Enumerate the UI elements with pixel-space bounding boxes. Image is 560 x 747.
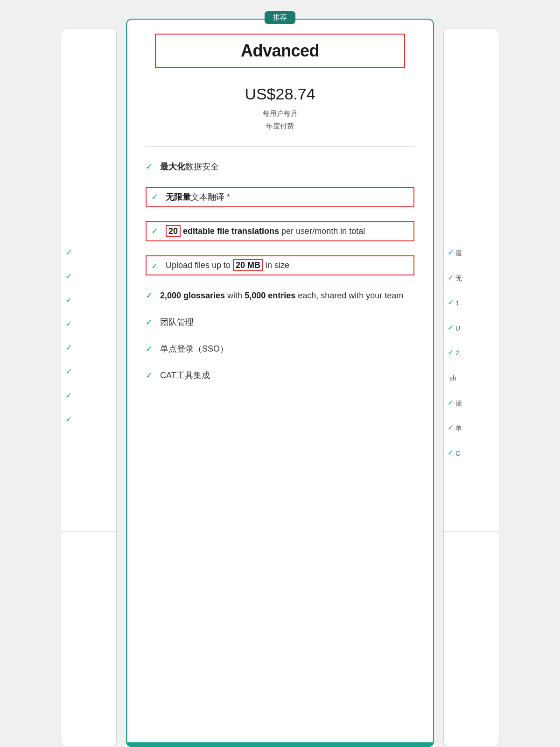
right-card-divider — [444, 531, 499, 532]
check-icon: ✓ — [151, 192, 158, 202]
list-item: ✓ — [66, 296, 112, 304]
list-item: ✓ U — [448, 323, 495, 333]
check-icon: ✓ — [146, 317, 153, 327]
partial-text: U — [455, 324, 460, 333]
feature-unlimited-text: ✓ 无限量文本翻译 * — [146, 187, 414, 207]
list-item: sh — [448, 373, 495, 383]
recommended-badge: 推荐 — [265, 11, 295, 24]
check-icon: ✓ — [66, 367, 72, 376]
list-item: ✓ 单 — [448, 423, 495, 433]
list-item: ✓ C — [448, 448, 495, 458]
check-icon: ✓ — [66, 296, 72, 304]
check-icon: ✓ — [448, 273, 454, 282]
file-count-highlight: 20 — [166, 225, 181, 237]
list-item: ✓ 团 — [448, 398, 495, 409]
right-partial-card: ✓ 最 ✓ 无 ✓ 1 ✓ U ✓ 2, sh — [443, 28, 499, 747]
partial-text: C — [455, 449, 460, 458]
partial-text: 无 — [455, 274, 462, 283]
check-icon: ✓ — [448, 348, 454, 357]
list-item: ✓ 2, — [448, 348, 495, 358]
check-icon: ✓ — [448, 323, 454, 332]
right-card-features: ✓ 最 ✓ 无 ✓ 1 ✓ U ✓ 2, sh — [444, 248, 499, 473]
partial-text: 2, — [455, 349, 461, 358]
feature-text: CAT工具集成 — [160, 369, 210, 382]
list-item: ✓ 最 — [448, 248, 495, 258]
check-icon: ✓ — [146, 344, 153, 354]
plan-title-box: Advanced — [155, 34, 405, 68]
list-item: ✓ — [66, 272, 112, 281]
partial-text: 团 — [455, 399, 462, 409]
list-item: ✓ — [66, 391, 112, 400]
check-icon: ✓ — [448, 448, 454, 457]
feature-team-management: ✓ 团队管理 — [146, 316, 414, 329]
feature-editable-files: ✓ 20 editable file translations per user… — [146, 221, 414, 241]
feature-text: 2,000 glossaries with 5,000 entries each… — [160, 289, 403, 302]
feature-cat-tools: ✓ CAT工具集成 — [146, 369, 414, 382]
partial-text: 最 — [455, 249, 462, 258]
feature-text: 团队管理 — [160, 316, 194, 329]
partial-text: sh — [449, 374, 456, 383]
check-icon: ✓ — [146, 162, 153, 172]
check-icon: ✓ — [448, 248, 454, 257]
check-icon: ✓ — [66, 319, 72, 328]
list-item: ✓ — [66, 248, 112, 257]
list-item: ✓ 无 — [448, 273, 495, 283]
price-subtext: 每用户每月 年度付费 — [127, 107, 433, 132]
check-icon: ✓ — [448, 398, 454, 407]
left-card-features: ✓ ✓ ✓ ✓ ✓ ✓ ✓ ✓ — [61, 248, 116, 438]
card-divider — [146, 146, 414, 147]
feature-text: 20 editable file translations per user/m… — [166, 225, 365, 238]
check-icon: ✓ — [146, 290, 153, 301]
list-item: ✓ — [66, 367, 112, 376]
feature-text: 最大化数据安全 — [160, 161, 219, 173]
feature-text: 无限量文本翻译 * — [166, 191, 230, 204]
advanced-plan-card: 推荐 Advanced US$28.74 每用户每月 年度付费 ✓ 最大化数据安… — [126, 19, 434, 747]
page-container: ✓ ✓ ✓ ✓ ✓ ✓ ✓ ✓ 推荐 — [0, 0, 560, 747]
price-subline1: 每用户每月 — [263, 109, 298, 117]
price-subline2: 年度付费 — [266, 122, 294, 130]
check-icon: ✓ — [66, 415, 72, 423]
features-list: ✓ 最大化数据安全 ✓ 无限量文本翻译 * ✓ 20 editable file… — [127, 161, 433, 382]
check-icon: ✓ — [448, 298, 454, 307]
feature-sso: ✓ 单点登录（SSO） — [146, 343, 414, 355]
feature-upload-size: ✓ Upload files up to 20 MB in size — [146, 255, 414, 275]
check-icon: ✓ — [448, 423, 454, 432]
check-icon: ✓ — [151, 226, 158, 236]
feature-text: 单点登录（SSO） — [160, 343, 228, 355]
price-amount: US$28.74 — [245, 85, 315, 103]
check-icon: ✓ — [66, 343, 72, 352]
list-item: ✓ — [66, 415, 112, 423]
list-item: ✓ — [66, 343, 112, 352]
check-icon: ✓ — [66, 391, 72, 400]
check-icon: ✓ — [66, 272, 72, 281]
price-section: US$28.74 — [127, 85, 433, 103]
partial-text: 单 — [455, 424, 462, 433]
left-partial-card: ✓ ✓ ✓ ✓ ✓ ✓ ✓ ✓ — [61, 28, 117, 747]
feature-glossaries: ✓ 2,000 glossaries with 5,000 entries ea… — [146, 289, 414, 302]
left-card-divider — [61, 531, 116, 532]
mb-highlight: 20 MB — [233, 259, 263, 271]
plan-title: Advanced — [241, 41, 319, 60]
check-icon: ✓ — [151, 261, 158, 271]
list-item: ✓ 1 — [448, 298, 495, 308]
check-icon: ✓ — [146, 370, 153, 381]
check-icon: ✓ — [66, 248, 72, 257]
card-bottom-bar — [127, 742, 433, 746]
feature-data-security: ✓ 最大化数据安全 — [146, 161, 414, 173]
partial-text: 1 — [455, 299, 459, 308]
feature-text: Upload files up to 20 MB in size — [166, 259, 289, 272]
list-item: ✓ — [66, 319, 112, 328]
